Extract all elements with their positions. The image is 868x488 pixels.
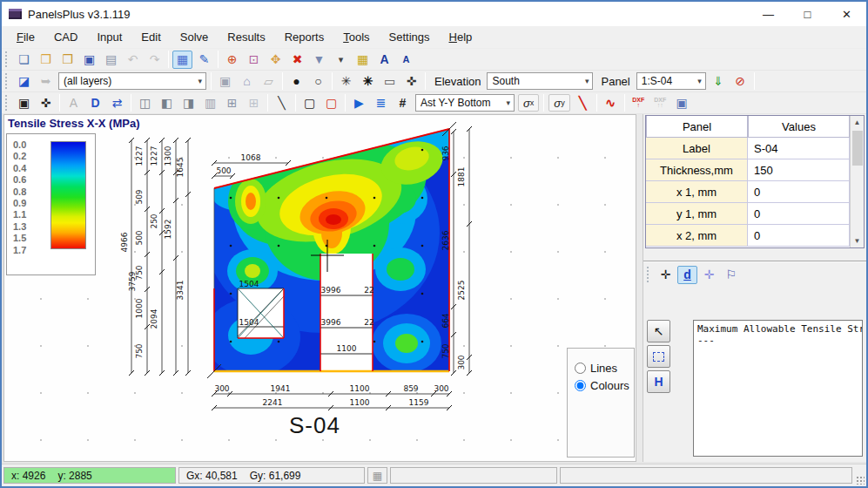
dxf-import-icon[interactable]: DXF ↑ (629, 94, 649, 112)
stress-x-button[interactable]: σx (518, 94, 539, 112)
mesh-arrow-icon[interactable]: ≣ (371, 94, 391, 112)
chevron-down-icon[interactable]: ▾ (502, 98, 514, 107)
undo-icon[interactable]: ↶ (123, 51, 143, 69)
filter-dropdown-icon[interactable]: ▾ (331, 51, 351, 69)
lines-radio[interactable] (575, 363, 586, 374)
menu-edit[interactable]: Edit (131, 27, 170, 47)
grid-c-icon[interactable]: ⊞ (222, 94, 242, 112)
save-results-icon[interactable]: ▣ (672, 94, 692, 112)
open-project-icon[interactable]: ❒ (57, 51, 77, 69)
filter-icon[interactable]: ▼ (309, 51, 329, 69)
minimize-button[interactable]: — (749, 2, 788, 26)
vertical-splitter[interactable] (636, 114, 643, 462)
max-stress-textbox[interactable]: Maximum Allowable Tensile Stress --- (693, 320, 863, 457)
diagonal-line-icon[interactable]: ╲ (272, 94, 292, 112)
grid-status-icon[interactable]: ▦ (367, 467, 387, 484)
menu-solve[interactable]: Solve (171, 27, 219, 47)
menu-file[interactable]: File (7, 27, 44, 47)
chevron-down-icon[interactable]: ▾ (694, 77, 705, 85)
drawing-canvas[interactable]: 1068500496637591227509500750100075012272… (3, 114, 636, 462)
export-panel-icon[interactable]: ⇓ (709, 72, 729, 91)
scroll-up-icon[interactable]: ▲ (854, 116, 861, 129)
save-elevation-icon[interactable]: ▣ (215, 72, 235, 91)
panel-id-label: S-04 (289, 412, 340, 439)
distance-icon[interactable]: d (677, 266, 697, 284)
menu-input[interactable]: Input (87, 27, 131, 47)
select-cursor-button[interactable]: ↖ (647, 320, 670, 342)
property-value-cell[interactable]: 0 (748, 203, 850, 225)
property-value-cell[interactable]: S-04 (748, 138, 850, 159)
origin-icon[interactable]: ✜ (36, 94, 56, 112)
measure-icon[interactable]: ✎ (194, 51, 214, 69)
selection-box-button[interactable] (647, 345, 670, 368)
node-filled-icon[interactable]: ● (286, 72, 306, 91)
outline-icon[interactable]: ▱ (259, 72, 279, 91)
property-value-cell[interactable]: 150 (748, 159, 850, 181)
lintel-icon[interactable]: ◫ (135, 94, 155, 112)
flag-icon[interactable]: ⚐ (721, 266, 741, 284)
move-node-icon[interactable]: ✜ (401, 72, 421, 91)
delete-panel-icon[interactable]: ⊘ (730, 72, 750, 91)
zoom-window-icon[interactable]: ⊡ (244, 51, 264, 69)
grid-p-icon[interactable]: ⊞ (244, 94, 264, 112)
run-icon[interactable]: ▶ (349, 94, 369, 112)
snap-cross-icon[interactable]: ✛ (699, 266, 719, 284)
axis-icon[interactable]: ✛ (656, 266, 676, 284)
property-value-cell[interactable]: 0 (748, 181, 850, 203)
layers-combo[interactable]: (all layers)▾ (58, 72, 206, 90)
selection-black-icon[interactable]: ▢ (299, 94, 320, 112)
font-decrease-icon[interactable]: A (396, 51, 416, 69)
menu-settings[interactable]: Settings (380, 27, 440, 47)
stretch-icon[interactable]: ⇄ (107, 94, 127, 112)
pier-left-icon[interactable]: ◧ (157, 94, 177, 112)
new-icon[interactable]: ❏ (14, 51, 34, 69)
dimension-d-icon[interactable]: D (85, 94, 105, 112)
panel-combo[interactable]: 1:S-04▾ (636, 72, 706, 90)
opening-icon[interactable]: ▭ (380, 72, 400, 91)
pier-right-icon[interactable]: ◨ (178, 94, 198, 112)
moment-curve-icon[interactable]: ∿ (601, 94, 621, 112)
result-combo[interactable]: Ast Y-Y Bottom▾ (415, 94, 515, 112)
menu-reports[interactable]: Reports (275, 27, 334, 47)
menu-cad[interactable]: CAD (44, 27, 87, 47)
shear-icon[interactable]: ╲ (573, 94, 593, 112)
paste-layer-icon[interactable]: ➥ (36, 72, 56, 91)
beam-section-button[interactable]: H (647, 370, 670, 393)
maximize-button[interactable]: □ (788, 2, 827, 26)
support-icon[interactable]: ✳ (336, 72, 356, 91)
elevation-combo[interactable]: South▾ (487, 72, 593, 90)
stress-y-button[interactable]: σy (548, 94, 569, 112)
chevron-down-icon[interactable]: ▾ (194, 77, 205, 85)
spandrel-icon[interactable]: ▥ (200, 94, 220, 112)
grid-icon[interactable]: ▦ (172, 51, 192, 69)
menu-help[interactable]: Help (440, 27, 482, 47)
zoom-extents-icon[interactable]: ⊕ (222, 51, 242, 69)
redo-icon[interactable]: ↷ (145, 51, 165, 69)
save-icon[interactable]: ▣ (79, 51, 99, 69)
node-hollow-icon[interactable]: ○ (308, 72, 328, 91)
resize-grip[interactable] (856, 476, 865, 485)
property-value-cell[interactable]: 0 (748, 225, 850, 247)
open-icon[interactable]: ❒ (36, 51, 56, 69)
panel-view-icon[interactable]: ▣ (14, 94, 34, 112)
delete-icon[interactable]: ✖ (287, 51, 307, 69)
menu-results[interactable]: Results (218, 27, 274, 47)
menu-tools[interactable]: Tools (333, 27, 379, 47)
dxf-export-icon[interactable]: DXF ↑↑ (650, 94, 670, 112)
building-icon[interactable]: ⌂ (237, 72, 257, 91)
scrollbar-thumb[interactable] (852, 131, 863, 166)
pan-icon[interactable]: ✥ (266, 51, 286, 69)
print-icon[interactable]: ▤ (101, 51, 121, 69)
selection-red-icon[interactable]: ▢ (321, 94, 341, 112)
table-scrollbar[interactable]: ▲ ▼ (850, 116, 864, 247)
mesh-grid-icon[interactable]: # (393, 94, 413, 112)
snap-grid-icon[interactable]: ▦ (353, 51, 373, 69)
scroll-down-icon[interactable]: ▼ (854, 234, 861, 247)
chevron-down-icon[interactable]: ▾ (582, 77, 593, 85)
annotation-icon[interactable]: A (64, 94, 84, 112)
close-button[interactable]: ✕ (827, 2, 866, 26)
font-increase-icon[interactable]: A (374, 51, 394, 69)
support-fixed-icon[interactable]: ✳ (358, 72, 378, 91)
colours-radio[interactable] (575, 380, 586, 391)
layers-icon[interactable]: ◪ (14, 72, 34, 91)
